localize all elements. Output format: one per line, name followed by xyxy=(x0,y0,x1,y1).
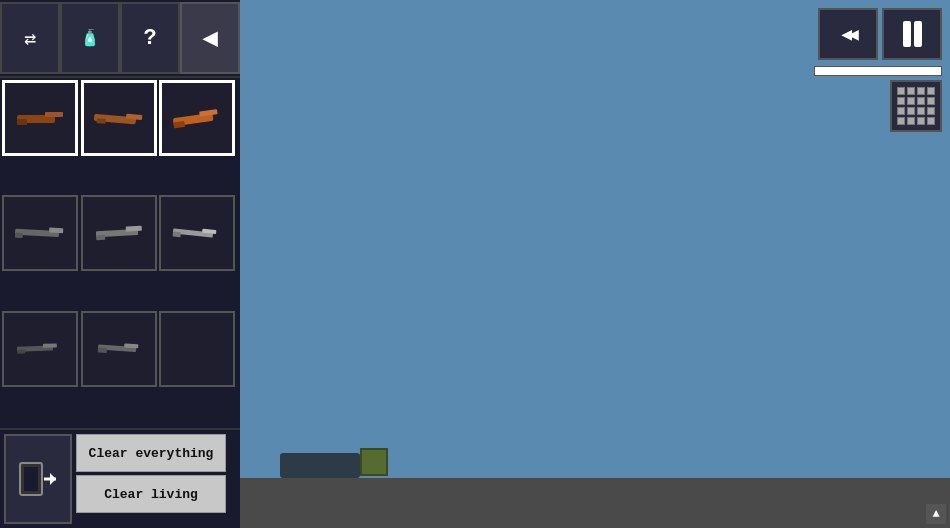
item-slot-6[interactable] xyxy=(159,195,235,271)
pause-button[interactable] xyxy=(882,8,942,60)
grid-icon xyxy=(897,87,935,125)
gun-icon-8 xyxy=(95,338,142,359)
scroll-indicator: ▲ xyxy=(926,504,946,524)
item-slot-4[interactable] xyxy=(2,195,78,271)
svg-rect-2 xyxy=(17,119,27,125)
main-container: ⇄ 🧴 ? ◀ xyxy=(0,0,950,528)
grid-cell xyxy=(897,97,905,105)
help-button[interactable]: ? xyxy=(120,2,180,74)
gun-icon-2 xyxy=(93,105,145,131)
grid-cell xyxy=(927,107,935,115)
grid-cell xyxy=(907,107,915,115)
gun-icon-3 xyxy=(171,104,224,133)
player-cube xyxy=(360,448,388,476)
item-slot-3[interactable] xyxy=(159,80,235,156)
item-slot-1[interactable] xyxy=(2,80,78,156)
swap-button[interactable]: ⇄ xyxy=(0,2,60,74)
item-slot-5[interactable] xyxy=(81,195,157,271)
play-button[interactable]: ◀ xyxy=(180,2,240,74)
grid-cell xyxy=(907,117,915,125)
gun-icon-7 xyxy=(17,339,64,359)
item-slot-7[interactable] xyxy=(2,311,78,387)
svg-rect-20 xyxy=(17,349,25,353)
svg-rect-17 xyxy=(173,232,181,238)
top-controls: ◀◀ xyxy=(814,8,942,76)
pause-icon xyxy=(903,21,922,47)
svg-rect-19 xyxy=(43,343,57,347)
clear-living-button[interactable]: Clear living xyxy=(76,475,226,513)
item-button[interactable]: 🧴 xyxy=(60,2,120,74)
item-slot-2[interactable] xyxy=(81,80,157,156)
ground xyxy=(240,478,950,528)
grid-cell xyxy=(897,117,905,125)
progress-bar xyxy=(814,66,942,76)
svg-rect-1 xyxy=(45,112,63,117)
item-slot-8[interactable] xyxy=(81,311,157,387)
svg-rect-22 xyxy=(124,343,138,348)
rewind-button[interactable]: ◀◀ xyxy=(818,8,878,60)
svg-rect-5 xyxy=(96,118,105,124)
grid-cell xyxy=(927,117,935,125)
exit-icon xyxy=(18,459,58,499)
play-icon: ◀ xyxy=(202,22,218,54)
grid-cell xyxy=(927,97,935,105)
sidebar-bottom: Clear everything Clear living xyxy=(0,428,240,528)
svg-rect-13 xyxy=(125,226,141,232)
game-area[interactable]: ◀◀ xyxy=(240,0,950,528)
playback-controls: ◀◀ xyxy=(818,8,942,60)
gun-icon-4 xyxy=(15,222,66,245)
grid-cell xyxy=(917,87,925,95)
scroll-icon: ▲ xyxy=(932,507,939,521)
item-icon: 🧴 xyxy=(80,28,100,48)
dark-figure xyxy=(280,453,360,478)
progress-fill xyxy=(815,67,941,75)
sidebar: ⇄ 🧴 ? ◀ xyxy=(0,0,240,528)
clear-menu: Clear everything Clear living xyxy=(76,434,236,513)
svg-marker-27 xyxy=(50,473,56,485)
svg-rect-14 xyxy=(96,235,105,240)
grid-cell xyxy=(927,87,935,95)
svg-rect-11 xyxy=(15,233,23,238)
grid-cell xyxy=(897,107,905,115)
grid-cell xyxy=(897,87,905,95)
grid-cell xyxy=(907,87,915,95)
exit-button[interactable] xyxy=(4,434,72,524)
grid-cell xyxy=(907,97,915,105)
gun-icon-1 xyxy=(15,107,65,129)
grid-cell xyxy=(917,107,925,115)
clear-everything-button[interactable]: Clear everything xyxy=(76,434,226,472)
toolbar: ⇄ 🧴 ? ◀ xyxy=(0,0,240,78)
rewind-icon: ◀◀ xyxy=(841,23,855,45)
gun-icon-6 xyxy=(171,221,223,246)
svg-rect-25 xyxy=(24,467,38,491)
gun-icon-5 xyxy=(93,222,144,245)
item-slot-9[interactable] xyxy=(159,311,235,387)
grid-cell xyxy=(917,97,925,105)
item-grid xyxy=(0,78,240,428)
grid-toggle-button[interactable] xyxy=(890,80,942,132)
help-icon: ? xyxy=(143,26,156,51)
grid-cell xyxy=(917,117,925,125)
swap-icon: ⇄ xyxy=(24,26,36,51)
